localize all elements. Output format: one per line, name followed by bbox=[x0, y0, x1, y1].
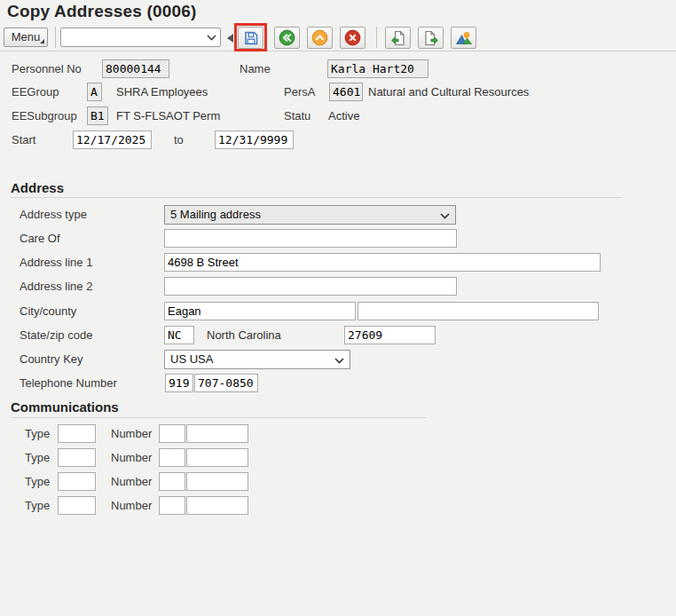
toolbar-separator bbox=[55, 27, 56, 48]
toolbar-separator bbox=[376, 27, 377, 48]
start-date-label: Start bbox=[12, 130, 35, 149]
country-key-value: US USA bbox=[170, 352, 213, 366]
save-icon bbox=[243, 30, 259, 46]
previous-record-icon bbox=[390, 30, 406, 46]
address-line1-input[interactable] bbox=[164, 253, 601, 272]
back-icon bbox=[279, 29, 295, 46]
comm-number-label: Number bbox=[111, 496, 152, 515]
persa-description: Natural and Cultural Resources bbox=[368, 83, 529, 101]
country-key-label: Country Key bbox=[20, 350, 83, 368]
address-section-rule bbox=[11, 197, 623, 198]
phone-number-input[interactable] bbox=[194, 374, 258, 392]
to-label: to bbox=[174, 130, 184, 149]
next-record-icon bbox=[423, 30, 439, 46]
menu-button-label: Menu bbox=[12, 30, 41, 43]
address-line1-label: Address line 1 bbox=[20, 253, 92, 272]
save-button[interactable] bbox=[238, 27, 263, 49]
country-key-dropdown[interactable]: US USA bbox=[164, 350, 350, 369]
overview-button[interactable] bbox=[451, 27, 476, 49]
comm-type-label: Type bbox=[25, 496, 50, 515]
eesubgroup-label: EESubgroup bbox=[12, 107, 77, 125]
state-description: North Carolina bbox=[207, 326, 281, 344]
overview-icon bbox=[455, 30, 473, 46]
city-input[interactable] bbox=[164, 302, 356, 320]
state-zip-label: State/zip code bbox=[20, 326, 92, 344]
comm-number2-input[interactable] bbox=[186, 424, 248, 443]
start-date-input[interactable] bbox=[73, 130, 152, 149]
personnel-no-field: 80000144 bbox=[102, 59, 169, 78]
comm-type-input[interactable] bbox=[58, 472, 96, 491]
comm-type-input[interactable] bbox=[58, 448, 96, 467]
cancel-icon bbox=[344, 29, 361, 46]
communications-section-title: Communications bbox=[11, 399, 119, 415]
cancel-button[interactable] bbox=[340, 27, 366, 49]
name-label: Name bbox=[240, 59, 271, 78]
persa-label: PersA bbox=[284, 83, 315, 101]
back-button[interactable] bbox=[274, 27, 300, 49]
county-input[interactable] bbox=[358, 302, 599, 320]
comm-number2-input[interactable] bbox=[186, 496, 248, 515]
comm-number2-input[interactable] bbox=[186, 448, 248, 467]
chevron-down-icon bbox=[440, 213, 450, 219]
copy-addresses-window: Copy Addresses (0006) Menu bbox=[0, 0, 676, 616]
eegroup-description: SHRA Employees bbox=[116, 83, 208, 101]
personnel-no-label: Personnel No bbox=[12, 59, 82, 78]
communications-section-rule bbox=[11, 417, 426, 418]
state-input[interactable] bbox=[164, 326, 194, 344]
eesubgroup-field: B1 bbox=[87, 107, 108, 125]
comm-type-label: Type bbox=[25, 472, 50, 491]
address-line2-input[interactable] bbox=[164, 277, 457, 296]
address-type-label: Address type bbox=[20, 205, 87, 224]
comm-number-label: Number bbox=[111, 472, 152, 491]
address-section-title: Address bbox=[11, 180, 64, 195]
comm-type-label: Type bbox=[25, 424, 50, 443]
care-of-label: Care Of bbox=[20, 229, 60, 248]
comm-number-label: Number bbox=[111, 424, 152, 443]
exit-button[interactable] bbox=[307, 27, 333, 49]
toolbar: Menu bbox=[0, 25, 676, 51]
status-label: Statu bbox=[284, 107, 310, 125]
chevron-down-icon bbox=[334, 358, 344, 364]
comm-number1-input[interactable] bbox=[159, 472, 185, 491]
telephone-label: Telephone Number bbox=[20, 374, 117, 392]
comm-number1-input[interactable] bbox=[159, 496, 185, 515]
page-title: Copy Addresses (0006) bbox=[7, 2, 197, 21]
toolbar-collapse-arrow-icon[interactable] bbox=[227, 34, 233, 43]
comm-number1-input[interactable] bbox=[159, 448, 185, 467]
name-field: Karla Hart20 bbox=[327, 59, 428, 78]
care-of-input[interactable] bbox=[164, 229, 457, 248]
chevron-down-icon[interactable] bbox=[207, 35, 216, 41]
previous-record-button[interactable] bbox=[385, 27, 411, 49]
address-type-dropdown[interactable]: 5 Mailing address bbox=[164, 205, 456, 225]
status-value: Active bbox=[328, 107, 359, 125]
address-type-value: 5 Mailing address bbox=[170, 208, 261, 221]
exit-icon bbox=[311, 29, 328, 46]
eegroup-field: A bbox=[87, 83, 102, 101]
comm-type-label: Type bbox=[25, 448, 50, 467]
command-field[interactable] bbox=[60, 28, 221, 47]
persa-field: 4601 bbox=[329, 83, 363, 101]
city-county-label: City/county bbox=[20, 302, 76, 320]
comm-number2-input[interactable] bbox=[186, 472, 248, 491]
next-record-button[interactable] bbox=[418, 27, 444, 49]
comm-number1-input[interactable] bbox=[159, 424, 185, 443]
end-date-input[interactable] bbox=[215, 130, 294, 149]
command-field-input[interactable] bbox=[63, 29, 205, 47]
address-line2-label: Address line 2 bbox=[20, 277, 92, 296]
phone-area-input[interactable] bbox=[165, 374, 193, 392]
zip-input[interactable] bbox=[344, 326, 436, 344]
eegroup-label: EEGroup bbox=[12, 83, 59, 101]
menu-button[interactable]: Menu bbox=[4, 28, 48, 47]
menu-dropdown-triangle-icon bbox=[40, 39, 44, 43]
comm-number-label: Number bbox=[111, 448, 152, 467]
eesubgroup-description: FT S-FLSAOT Perm bbox=[116, 107, 220, 125]
comm-type-input[interactable] bbox=[58, 496, 96, 515]
comm-type-input[interactable] bbox=[58, 424, 96, 443]
